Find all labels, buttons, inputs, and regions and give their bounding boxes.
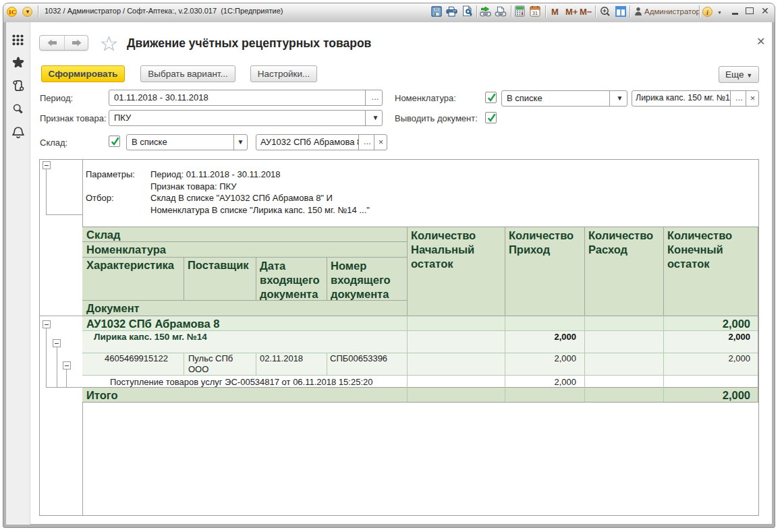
svg-text:31: 31 xyxy=(532,10,538,16)
